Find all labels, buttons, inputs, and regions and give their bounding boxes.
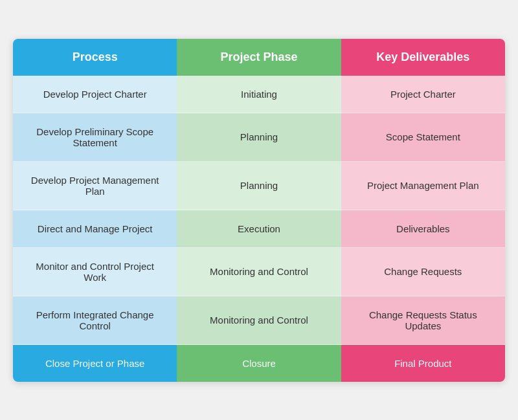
row-6-deliverables: Change Requests Status Updates <box>341 296 505 345</box>
main-table: Process Project Phase Key Deliverables D… <box>13 39 505 382</box>
header-process: Process <box>13 39 177 76</box>
row-3-deliverables: Project Management Plan <box>341 162 505 210</box>
row-4-phase: Execution <box>177 210 341 248</box>
row-2-phase: Planning <box>177 113 341 162</box>
row-1-phase: Initiating <box>177 76 341 113</box>
row-7-phase: Closure <box>177 345 341 382</box>
row-6-phase: Monitoring and Control <box>177 296 341 345</box>
row-5-phase: Monitoring and Control <box>177 248 341 296</box>
row-3-phase: Planning <box>177 162 341 210</box>
row-3-process: Develop Project Management Plan <box>13 162 177 210</box>
row-5-process: Monitor and Control Project Work <box>13 248 177 296</box>
row-7-process: Close Project or Phase <box>13 345 177 382</box>
header-deliverables: Key Deliverables <box>341 39 505 76</box>
row-7-deliverables: Final Product <box>341 345 505 382</box>
row-1-process: Develop Project Charter <box>13 76 177 113</box>
header-phase: Project Phase <box>177 39 341 76</box>
row-2-process: Develop Preliminary Scope Statement <box>13 113 177 162</box>
table-grid: Process Project Phase Key Deliverables D… <box>13 39 505 382</box>
row-1-deliverables: Project Charter <box>341 76 505 113</box>
row-5-deliverables: Change Requests <box>341 248 505 296</box>
row-6-process: Perform Integrated Change Control <box>13 296 177 345</box>
row-4-deliverables: Deliverables <box>341 210 505 248</box>
row-4-process: Direct and Manage Project <box>13 210 177 248</box>
row-2-deliverables: Scope Statement <box>341 113 505 162</box>
